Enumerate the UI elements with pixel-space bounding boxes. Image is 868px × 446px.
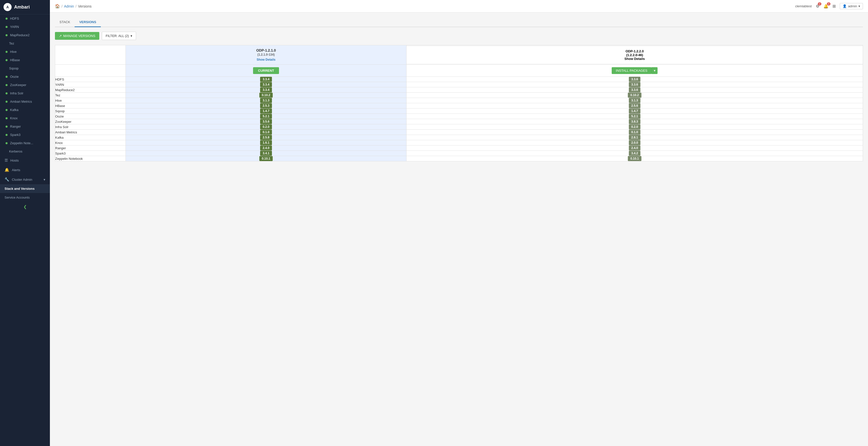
version-2-badge-cell: 3.3.6 — [406, 87, 863, 93]
version-badge: 0.10.2 — [259, 93, 273, 98]
sidebar-logo: A — [3, 3, 11, 11]
version-badge: 3.4.2 — [629, 151, 641, 156]
version-badge: 0.10.2 — [628, 93, 641, 98]
apps-grid-icon[interactable]: ⊞ — [833, 4, 836, 8]
sidebar-item-hbase[interactable]: HBase — [0, 56, 50, 64]
version-2-badge-cell: 2.4.0 — [406, 145, 863, 151]
version-badge: 1.6.1 — [260, 140, 272, 145]
home-icon[interactable]: 🏠 — [55, 4, 60, 8]
external-link-icon: ↗ — [59, 34, 62, 38]
manage-versions-button[interactable]: ↗ MANAGE VERSIONS — [55, 32, 99, 40]
service-name-cell: Knox — [55, 140, 126, 145]
admin-dropdown-button[interactable]: 👤 admin ▾ — [840, 3, 863, 9]
sidebar-item-mapreduce2[interactable]: MapReduce2 — [0, 31, 50, 39]
version-1-name: ODP-1.2.1.0 — [128, 48, 404, 53]
table-row: Knox1.6.12.0.0 — [55, 140, 863, 145]
section-icon: ☰ — [4, 158, 8, 163]
version-1-badge-cell: 2.5.8 — [126, 135, 406, 140]
version-1-badge-cell: 3.4.1 — [126, 151, 406, 156]
version-header-row: ODP-1.2.1.0 (1.2.1.0-134) Show Details O… — [55, 45, 863, 65]
sidebar-item-hive[interactable]: Hive — [0, 47, 50, 56]
version-badge: 1.4.7 — [260, 108, 272, 113]
sidebar-item-zookeeper[interactable]: ZooKeeper — [0, 81, 50, 89]
version-2-badge-cell: 0.2.0 — [406, 124, 863, 130]
version-badge: 3.5.6 — [260, 119, 272, 124]
sidebar-item-sqoop[interactable]: Sqoop — [0, 64, 50, 72]
version-1-badge-cell: 3.1.3 — [126, 98, 406, 103]
version-2-badge-cell: 3.1.3 — [406, 98, 863, 103]
service-name-cell: Hive — [55, 98, 126, 103]
sidebar-item-oozie[interactable]: Oozie — [0, 72, 50, 81]
status-dot — [5, 101, 7, 103]
status-dot — [5, 26, 7, 28]
version-badge: 0.10.1 — [628, 156, 641, 161]
sidebar-section-cluster-admin[interactable]: 🔧Cluster Admin▾ — [0, 175, 50, 184]
version-badge: 3.3.6 — [629, 87, 641, 92]
version-2-action-cell: INSTALL PACKAGES ▾ — [406, 65, 863, 77]
sidebar-item-spark3[interactable]: Spark3 — [0, 131, 50, 139]
sidebar-section-hosts[interactable]: ☰Hosts — [0, 156, 50, 165]
version-2-show-details[interactable]: Show Details — [624, 57, 645, 61]
sidebar-bottom-service-accounts[interactable]: Service Accounts — [0, 193, 50, 202]
sidebar-item-ranger[interactable]: Ranger — [0, 122, 50, 131]
version-badge: 2.4.0 — [260, 145, 272, 150]
main-content: 🏠 / Admin / Versions clemlabtest ⚙ 0 🔔 0… — [50, 0, 868, 446]
version-badge: 3.3.4 — [260, 82, 272, 87]
table-row: Spark33.4.13.4.2 — [55, 151, 863, 156]
version-badge: 3.3.4 — [260, 87, 272, 92]
tab-versions[interactable]: VERSIONS — [74, 18, 100, 27]
sidebar-section-alerts[interactable]: 🔔Alerts — [0, 165, 50, 175]
sidebar-item-yarn[interactable]: YARN — [0, 23, 50, 31]
sidebar-item-kafka[interactable]: Kafka — [0, 106, 50, 114]
version-badge: 3.3.6 — [629, 77, 641, 82]
section-icon: 🔔 — [4, 168, 9, 172]
status-dot — [5, 92, 7, 94]
install-packages-button[interactable]: INSTALL PACKAGES — [612, 67, 651, 74]
sidebar-bottom-stack-and-versions[interactable]: Stack and Versions — [0, 184, 50, 193]
alerts-icon-button[interactable]: 🔔 0 — [824, 4, 829, 8]
filter-button[interactable]: FILTER: ALL (2) ▾ — [102, 32, 136, 40]
version-badge: 5.2.1 — [260, 114, 272, 119]
version-badge: 0.10.1 — [259, 156, 273, 161]
table-row: Ranger2.4.02.4.0 — [55, 145, 863, 151]
service-name-cell: Infra Solr — [55, 124, 126, 130]
version-1-badge-cell: 5.2.1 — [126, 114, 406, 119]
sidebar-item-kerberos[interactable]: Kerberos — [0, 147, 50, 156]
sidebar-item-infra-solr[interactable]: Infra Solr — [0, 89, 50, 97]
sidebar-header: A Ambari — [0, 0, 50, 14]
sidebar-collapse-button[interactable]: ❮ — [0, 202, 50, 212]
table-row: HDFS3.3.43.3.6 — [55, 77, 863, 82]
table-row: Zeppelin Notebook0.10.10.10.1 — [55, 156, 863, 161]
table-row: Ambari Metrics0.1.00.1.0 — [55, 130, 863, 135]
version-2-header: ODP-1.2.2.0 (1.2.2.0-46) Show Details — [406, 45, 863, 65]
breadcrumb-sep-2: / — [75, 4, 76, 8]
service-name-cell: ZooKeeper — [55, 119, 126, 124]
version-1-badge-cell: 0.1.0 — [126, 130, 406, 135]
service-name-cell: Sqoop — [55, 108, 126, 114]
service-name-cell: HBase — [55, 103, 126, 108]
version-badge: 1.4.7 — [629, 108, 641, 113]
breadcrumb-admin-link[interactable]: Admin — [64, 4, 74, 8]
sidebar-item-ambari-metrics[interactable]: Ambari Metrics — [0, 97, 50, 106]
tab-stack[interactable]: STACK — [55, 18, 74, 27]
status-dot — [5, 59, 7, 61]
breadcrumb-sep-1: / — [62, 4, 62, 8]
version-1-badge-cell: 0.10.1 — [126, 156, 406, 161]
version-2-badge-cell: 3.8.3 — [406, 119, 863, 124]
table-row: Hive3.1.33.1.3 — [55, 98, 863, 103]
versions-table: ODP-1.2.1.0 (1.2.1.0-134) Show Details O… — [55, 45, 863, 161]
settings-icon-button[interactable]: ⚙ 0 — [816, 4, 819, 8]
sidebar-item-zeppelin-note...[interactable]: Zeppelin Note... — [0, 139, 50, 147]
version-badge: 3.1.3 — [629, 98, 641, 103]
version-badge: 3.8.3 — [629, 119, 641, 124]
version-1-show-details[interactable]: Show Details — [128, 58, 404, 61]
sidebar-item-hdfs[interactable]: HDFS — [0, 14, 50, 23]
content-area: STACK VERSIONS ↗ MANAGE VERSIONS FILTER:… — [50, 12, 868, 446]
status-dot — [5, 117, 7, 119]
sidebar-item-knox[interactable]: Knox — [0, 114, 50, 122]
install-packages-caret[interactable]: ▾ — [651, 67, 657, 74]
sidebar-item-tez[interactable]: Tez — [0, 39, 50, 47]
status-dot — [5, 76, 7, 78]
sidebar-services: HDFSYARNMapReduce2TezHiveHBaseSqoopOozie… — [0, 14, 50, 156]
version-badge: 0.1.0 — [629, 130, 641, 135]
